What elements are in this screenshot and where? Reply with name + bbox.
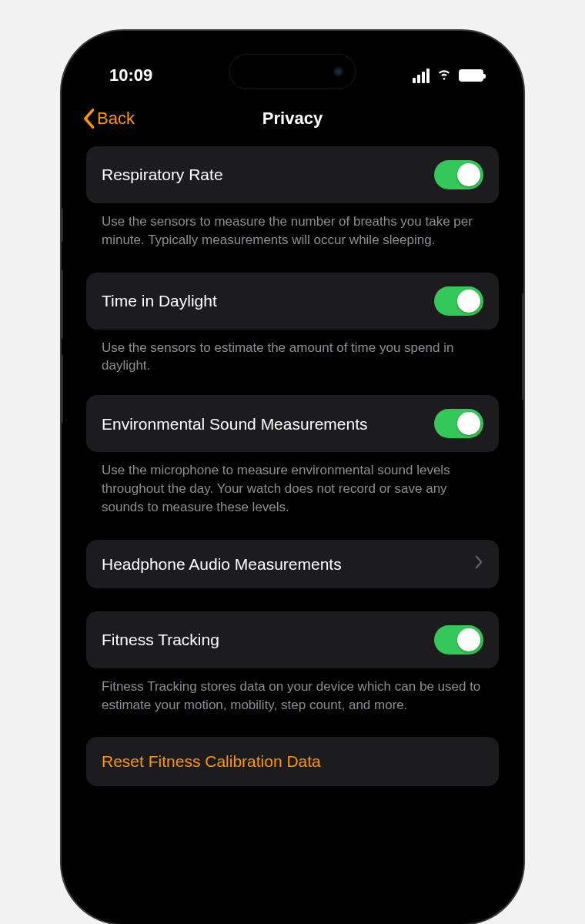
toggle-environmental-sound[interactable]: [434, 409, 483, 438]
row-footer: Use the sensors to measure the number of…: [86, 203, 499, 273]
page-title: Privacy: [71, 109, 514, 129]
row-reset-calibration[interactable]: Reset Fitness Calibration Data: [86, 737, 499, 785]
side-button: [62, 208, 63, 243]
phone-screen: 10:09 Back Privacy Respi: [71, 40, 514, 915]
back-button[interactable]: Back: [82, 108, 135, 129]
row-footer: Use the sensors to estimate the amount o…: [86, 330, 499, 396]
row-headphone-audio[interactable]: Headphone Audio Measurements: [86, 540, 499, 588]
wifi-icon: [436, 65, 453, 86]
row-environmental-sound[interactable]: Environmental Sound Measurements: [86, 395, 499, 452]
row-label: Fitness Tracking: [102, 629, 422, 650]
row-label: Headphone Audio Measurements: [102, 554, 463, 574]
volume-up-button: [62, 270, 63, 339]
row-respiratory-rate[interactable]: Respiratory Rate: [86, 146, 499, 203]
nav-bar: Back Privacy: [71, 94, 514, 146]
battery-icon: [459, 69, 483, 82]
toggle-time-in-daylight[interactable]: [434, 286, 483, 316]
volume-down-button: [62, 354, 63, 424]
row-label: Respiratory Rate: [102, 164, 422, 185]
chevron-left-icon: [82, 108, 95, 129]
status-icons: [413, 65, 483, 86]
row-label: Environmental Sound Measurements: [102, 413, 422, 434]
row-label: Reset Fitness Calibration Data: [102, 751, 483, 772]
settings-list: Respiratory Rate Use the sensors to meas…: [71, 146, 514, 786]
power-button: [522, 293, 523, 400]
chevron-right-icon: [475, 555, 483, 572]
back-label: Back: [97, 109, 135, 129]
toggle-fitness-tracking[interactable]: [434, 625, 483, 654]
row-footer: Fitness Tracking stores data on your dev…: [86, 668, 499, 738]
status-time: 10:09: [109, 65, 152, 85]
row-label: Time in Daylight: [102, 290, 422, 311]
toggle-respiratory-rate[interactable]: [434, 160, 483, 189]
row-footer: Use the microphone to measure environmen…: [86, 452, 499, 539]
row-fitness-tracking[interactable]: Fitness Tracking: [86, 611, 499, 668]
cellular-icon: [413, 69, 430, 83]
row-time-in-daylight[interactable]: Time in Daylight: [86, 273, 499, 330]
dynamic-island: [229, 54, 356, 89]
phone-frame: 10:09 Back Privacy Respi: [62, 31, 523, 924]
